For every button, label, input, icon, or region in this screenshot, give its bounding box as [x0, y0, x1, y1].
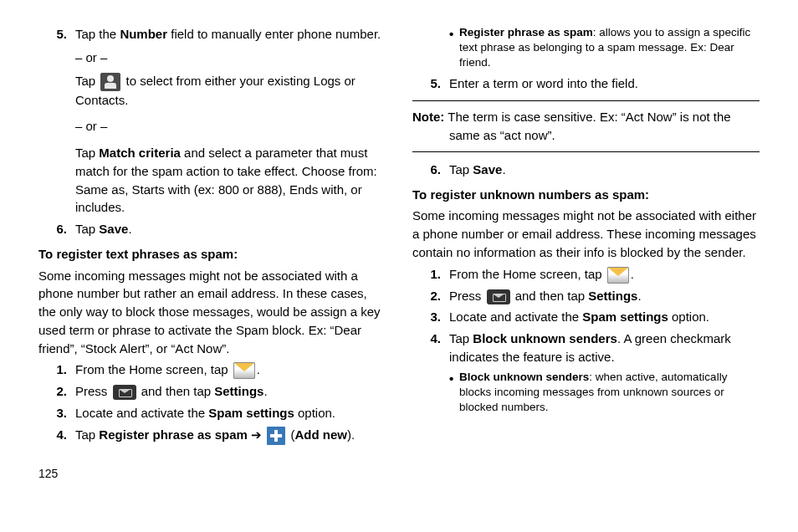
- paragraph-phrases: Some incoming messages might not be asso…: [38, 267, 386, 358]
- text: .: [502, 162, 505, 176]
- text: field to manually enter phone number.: [167, 27, 381, 41]
- step-body: Tap Save.: [75, 220, 386, 238]
- bold-add-new: Add new: [294, 427, 347, 442]
- left-step-6: 6. Tap Save.: [38, 220, 386, 238]
- step-number: 3.: [38, 404, 75, 422]
- step-number: 1.: [38, 361, 75, 379]
- right-sub-2: 2. Press and then tap Settings.: [412, 287, 760, 305]
- page-number: 125: [38, 465, 386, 482]
- or-divider: – or –: [75, 117, 386, 136]
- heading-register-phrases: To register text phrases as spam:: [38, 245, 386, 263]
- step-number: 6.: [412, 161, 449, 179]
- bullet-block-unknown: • Block unknown senders: when active, au…: [449, 370, 760, 416]
- bold-settings: Settings: [214, 384, 263, 398]
- messaging-icon: [607, 267, 629, 284]
- bold-block-unknown: Block unknown senders: [459, 371, 589, 383]
- left-step-5: 5. Tap the Number field to manually ente…: [38, 25, 386, 217]
- text: .: [128, 222, 131, 236]
- text: .: [637, 289, 641, 303]
- step-number: 4.: [412, 330, 449, 366]
- right-step-5: 5. Enter a term or word into the field.: [412, 74, 760, 93]
- page: 5. Tap the Number field to manually ente…: [0, 0, 798, 532]
- bold-save: Save: [473, 162, 502, 176]
- text: Tap the: [75, 27, 120, 41]
- heading-register-unknown: To register unknown numbers as spam:: [412, 186, 760, 204]
- bold-number: Number: [120, 27, 167, 41]
- text: Tap: [449, 162, 473, 176]
- text: option.: [668, 309, 709, 324]
- bold-block-unknown: Block unknown senders: [473, 331, 617, 345]
- step-body: Enter a term or word into the field.: [449, 74, 760, 93]
- step-body: From the Home screen, tap .: [449, 265, 760, 284]
- bullet-text: Register phrase as spam: allows you to a…: [459, 25, 760, 71]
- step-number: 5.: [412, 74, 449, 93]
- text: and then tap: [512, 289, 589, 303]
- bullet-register-phrase: • Register phrase as spam: allows you to…: [449, 25, 760, 71]
- text: From the Home screen, tap: [75, 362, 232, 376]
- text: Tap: [75, 427, 99, 442]
- bold-register-phrase: Register phrase as spam: [99, 427, 248, 442]
- right-sub-3: 3. Locate and activate the Spam settings…: [412, 308, 760, 326]
- note-block: Note: The term is case sensitive. Ex: “A…: [412, 100, 760, 152]
- match-criteria-line: Tap Match criteria and select a paramete…: [75, 144, 386, 217]
- bold-spam-settings: Spam settings: [582, 309, 668, 324]
- left-sub-2: 2. Press and then tap Settings.: [38, 382, 386, 401]
- left-column: 5. Tap the Number field to manually ente…: [25, 22, 399, 515]
- bold-save: Save: [99, 222, 128, 236]
- text: From the Home screen, tap: [449, 267, 606, 281]
- step-number: 6.: [38, 220, 75, 238]
- right-sub-4: 4. Tap Block unknown senders. A green ch…: [412, 330, 760, 366]
- left-sub-3: 3. Locate and activate the Spam settings…: [38, 404, 386, 422]
- text: .: [631, 267, 634, 281]
- step-number: 1.: [412, 265, 449, 284]
- text: Locate and activate the: [75, 406, 208, 420]
- right-column: • Register phrase as spam: allows you to…: [399, 22, 773, 515]
- step-number: 5.: [38, 25, 75, 217]
- step-body: Locate and activate the Spam settings op…: [449, 308, 760, 326]
- step-body: Locate and activate the Spam settings op…: [75, 404, 386, 422]
- bold-match-criteria: Match criteria: [99, 146, 181, 160]
- text: ).: [347, 427, 355, 442]
- arrow-icon: ➔: [248, 427, 265, 442]
- menu-icon: [487, 289, 510, 304]
- text: Tap: [75, 74, 99, 88]
- step-body: Press and then tap Settings.: [75, 382, 386, 401]
- left-sub-4: 4. Tap Register phrase as spam ➔ (Add ne…: [38, 426, 386, 445]
- text: and then tap: [138, 384, 215, 398]
- messaging-icon: [233, 362, 255, 379]
- tap-contact-line: Tap to select from either your existing …: [75, 72, 386, 110]
- note-body: Note: The term is case sensitive. Ex: “A…: [412, 108, 760, 145]
- text: Tap: [75, 222, 99, 236]
- step-body: Tap Block unknown senders. A green check…: [449, 330, 760, 366]
- step-body: Tap the Number field to manually enter p…: [75, 25, 386, 217]
- bullet-dot: •: [449, 370, 459, 416]
- menu-icon: [113, 385, 136, 400]
- text: .: [257, 362, 260, 376]
- step-number: 3.: [412, 308, 449, 326]
- contact-icon: [100, 73, 120, 91]
- text: Tap: [75, 146, 99, 160]
- text: Press: [75, 384, 111, 398]
- step-number: 2.: [38, 382, 75, 401]
- step-number: 4.: [38, 426, 75, 445]
- text: Tap: [449, 331, 473, 345]
- step-body: From the Home screen, tap .: [75, 361, 386, 379]
- bold-settings: Settings: [588, 289, 637, 303]
- plus-icon: [267, 427, 285, 445]
- step-number: 2.: [412, 287, 449, 305]
- left-sub-1: 1. From the Home screen, tap .: [38, 361, 386, 379]
- text: .: [263, 384, 267, 398]
- paragraph-unknown: Some incoming messages might not be asso…: [412, 207, 760, 261]
- bold-spam-settings: Spam settings: [208, 406, 294, 420]
- step-body: Tap Register phrase as spam ➔ (Add new).: [75, 426, 386, 445]
- step-body: Tap Save.: [449, 161, 760, 179]
- text: option.: [294, 406, 335, 420]
- text: Locate and activate the: [449, 309, 582, 324]
- bold-register-phrase: Register phrase as spam: [459, 26, 593, 38]
- text: Press: [449, 289, 485, 303]
- right-sub-1: 1. From the Home screen, tap .: [412, 265, 760, 284]
- right-step-6: 6. Tap Save.: [412, 161, 760, 179]
- bullet-dot: •: [449, 25, 459, 71]
- or-divider: – or –: [75, 49, 386, 67]
- bullet-text: Block unknown senders: when active, auto…: [459, 370, 760, 416]
